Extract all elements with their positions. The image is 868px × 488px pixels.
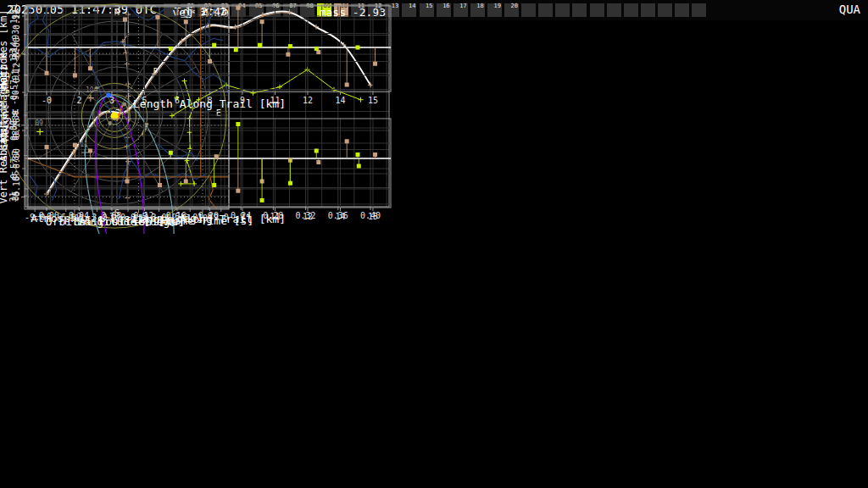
frame-thumbnail[interactable] bbox=[624, 3, 638, 17]
frame-thumbnail[interactable] bbox=[521, 3, 536, 17]
x-tick-label: 2 bbox=[77, 96, 82, 105]
frame-thumbnail[interactable] bbox=[692, 3, 706, 17]
frame-number: 17 bbox=[459, 3, 466, 9]
frame-number: 16 bbox=[442, 3, 449, 9]
y-tick-label: -0.12 bbox=[12, 63, 21, 88]
frame-number: 18 bbox=[476, 3, 483, 9]
y-tick-label: 0.00 bbox=[12, 148, 21, 169]
frame-thumbnail-18[interactable]: 18 bbox=[470, 3, 485, 17]
x-tick-label: 2 bbox=[77, 212, 82, 221]
x-tick-label: 3 bbox=[109, 212, 114, 221]
frame-thumbnail[interactable] bbox=[675, 3, 689, 17]
trail-residuals-charts: -0235689111214150.120.00-0.12Length Alon… bbox=[0, 0, 398, 234]
x-tick-label: -0 bbox=[42, 212, 52, 221]
x-tick-label: 3 bbox=[109, 96, 114, 105]
plot-border bbox=[28, 119, 391, 208]
x-tick-label: -0 bbox=[42, 96, 52, 105]
plot-border bbox=[28, 6, 391, 92]
x-tick-label: 15 bbox=[368, 96, 378, 105]
frame-number: 19 bbox=[493, 3, 500, 9]
y-tick-label: 0.16 bbox=[12, 118, 21, 138]
frame-thumbnail-19[interactable]: 19 bbox=[487, 3, 502, 17]
x-axis-label: Length Along Trail [km] bbox=[133, 213, 286, 225]
frame-thumbnail-15[interactable]: 15 bbox=[420, 3, 434, 17]
frame-thumbnail-16[interactable]: 16 bbox=[437, 3, 451, 17]
meteor-analysis-screen: 20250105 11:47:39 UTC 010203040506070809… bbox=[0, 0, 868, 488]
frame-thumbnail-14[interactable]: 14 bbox=[402, 3, 416, 17]
frame-thumbnail[interactable] bbox=[555, 3, 570, 17]
frame-thumbnail[interactable] bbox=[607, 3, 621, 17]
frame-number: 20 bbox=[511, 3, 518, 9]
grid-lines bbox=[28, 119, 391, 208]
grid-lines bbox=[28, 6, 391, 92]
series-station-09 bbox=[169, 122, 361, 202]
y-axis-label: Vert Res [km] bbox=[0, 125, 9, 204]
frame-number: 14 bbox=[409, 3, 415, 9]
frame-number: 15 bbox=[426, 3, 432, 9]
frame-thumbnail[interactable] bbox=[641, 3, 655, 17]
series-station-10 bbox=[45, 139, 377, 192]
y-tick-label: 0.12 bbox=[12, 9, 21, 30]
y-tick-label: 0.00 bbox=[12, 37, 21, 58]
frame-thumbnail[interactable] bbox=[590, 3, 604, 17]
station-code: QUA bbox=[839, 3, 860, 16]
x-axis-label: Length Along Trail [km] bbox=[133, 97, 286, 110]
frame-thumbnail-17[interactable]: 17 bbox=[453, 3, 468, 17]
x-tick-label: 12 bbox=[303, 96, 313, 105]
x-tick-label: 12 bbox=[303, 212, 313, 221]
x-tick-label: 15 bbox=[368, 212, 378, 221]
y-axis-label: Horz Res [km] bbox=[0, 10, 9, 90]
frame-thumbnail[interactable] bbox=[572, 3, 587, 17]
y-tick-label: -0.16 bbox=[12, 176, 21, 202]
frame-thumbnail[interactable] bbox=[538, 3, 553, 17]
x-tick-label: 14 bbox=[335, 96, 345, 105]
frame-thumbnail-20[interactable]: 20 bbox=[504, 3, 519, 17]
series-station-10 bbox=[45, 6, 377, 87]
x-tick-label: 14 bbox=[335, 212, 345, 221]
frame-thumbnail[interactable] bbox=[658, 3, 672, 17]
